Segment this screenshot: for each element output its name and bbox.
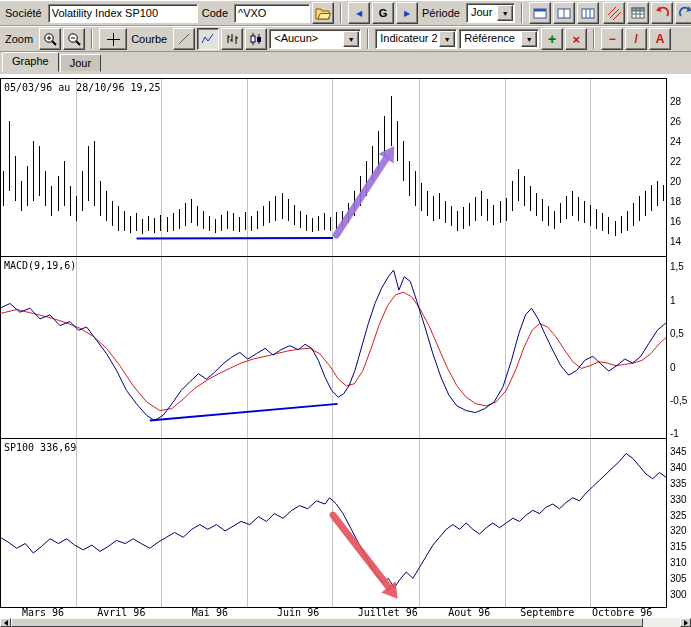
separator — [593, 29, 595, 49]
redo-button[interactable] — [675, 2, 691, 24]
undo-button[interactable] — [651, 2, 673, 24]
folder-open-icon — [315, 7, 331, 20]
minus-icon: − — [609, 32, 616, 46]
layout-single-icon — [533, 7, 547, 20]
next-button[interactable]: ▶ — [396, 2, 418, 24]
scrollbar-track[interactable] — [11, 618, 680, 627]
crosshair-button[interactable] — [99, 28, 127, 50]
reference-select[interactable]: Référence ▼ — [459, 29, 539, 49]
next-icon: ▶ — [404, 9, 410, 18]
text-tool-icon: A — [656, 32, 665, 46]
zoom-in-icon — [43, 32, 58, 47]
crosshair-icon — [106, 32, 121, 47]
indicator2-select[interactable]: Indicateur 2 ▼ — [375, 29, 457, 49]
scroll-left-icon — [4, 620, 8, 626]
overlay-select[interactable]: <Aucun> ▼ — [269, 29, 361, 49]
undo-icon — [655, 6, 669, 20]
remove-indicator-button[interactable]: × — [565, 28, 587, 50]
hatch-lines-icon — [607, 6, 621, 20]
table-icon — [631, 6, 645, 20]
overlay-value: <Aucun> — [270, 30, 342, 48]
price-panel-title: 05/03/96 au 28/10/96 19,25 — [4, 82, 161, 93]
periode-label: Période — [422, 7, 460, 19]
chart-canvas[interactable] — [0, 74, 691, 618]
layout-single-button[interactable] — [529, 2, 551, 24]
tab-graphe[interactable]: Graphe — [2, 52, 59, 72]
draw-hline-button[interactable]: − — [601, 28, 623, 50]
zoom-in-button[interactable] — [39, 28, 61, 50]
code-label: Code — [202, 7, 228, 19]
separator — [521, 3, 523, 23]
dropdown-arrow-icon[interactable]: ▼ — [521, 31, 537, 47]
draw-lines-button[interactable] — [603, 2, 625, 24]
graph-mode-label: G — [379, 7, 388, 19]
plus-icon: + — [548, 31, 556, 47]
periode-select[interactable]: Jour ▼ — [466, 3, 515, 23]
layout-split2-button[interactable] — [553, 2, 575, 24]
draw-trend-button[interactable]: / — [625, 28, 647, 50]
dropdown-arrow-icon[interactable]: ▼ — [439, 31, 455, 47]
add-indicator-button[interactable]: + — [541, 28, 563, 50]
tab-graphe-label: Graphe — [12, 55, 49, 67]
zoom-out-button[interactable] — [63, 28, 85, 50]
ohlc-bars-icon — [225, 32, 239, 46]
separator — [340, 3, 342, 23]
reference-value: Référence — [460, 30, 520, 48]
separator — [91, 29, 93, 49]
toolbar-tools: Zoom Courbe — [0, 26, 691, 52]
redo-icon — [679, 6, 691, 20]
layout-split3-button[interactable] — [577, 2, 599, 24]
scroll-right-icon — [684, 620, 688, 626]
societe-input[interactable] — [48, 4, 198, 23]
graph-mode-button[interactable]: G — [372, 2, 394, 24]
tab-jour[interactable]: Jour — [60, 54, 101, 72]
curve-bars-button[interactable] — [221, 28, 243, 50]
societe-label: Société — [5, 7, 42, 19]
zoom-out-icon — [67, 32, 82, 47]
curve-candles-button[interactable] — [245, 28, 267, 50]
separator — [367, 29, 369, 49]
dropdown-arrow-icon[interactable]: ▼ — [497, 5, 513, 21]
dropdown-arrow-icon[interactable]: ▼ — [343, 31, 359, 47]
tab-jour-label: Jour — [70, 57, 91, 69]
zoom-label: Zoom — [5, 33, 33, 45]
courbe-label: Courbe — [131, 33, 167, 45]
prev-button[interactable]: ◀ — [348, 2, 370, 24]
close-icon: × — [572, 32, 580, 47]
layout-split2-icon — [557, 7, 571, 20]
scrollbar-thumb[interactable] — [11, 618, 643, 627]
sp100-panel-title: SP100 336,69 — [4, 442, 76, 453]
code-input[interactable] — [234, 4, 310, 23]
tab-bar: Graphe Jour — [0, 52, 691, 72]
chart-area: 05/03/96 au 28/10/96 19,25 MACD(9,19,6) … — [0, 72, 691, 618]
slash-icon: / — [635, 32, 638, 46]
curve-zigzag-button[interactable] — [197, 28, 219, 50]
candlestick-icon — [249, 32, 263, 46]
horizontal-scrollbar[interactable] — [0, 618, 691, 627]
open-file-button[interactable] — [312, 2, 334, 24]
toolbar-main: Société Code ◀ G ▶ Période Jour ▼ — [0, 0, 691, 26]
indicator2-value: Indicateur 2 — [376, 30, 438, 48]
trendline-icon — [177, 32, 191, 46]
data-table-button[interactable] — [627, 2, 649, 24]
curve-line-button[interactable] — [173, 28, 195, 50]
macd-panel-title: MACD(9,19,6) — [4, 260, 76, 271]
add-text-button[interactable]: A — [649, 28, 671, 50]
prev-icon: ◀ — [356, 9, 362, 18]
line-chart-icon — [201, 32, 215, 46]
layout-split3-icon — [581, 7, 595, 20]
periode-value: Jour — [467, 4, 496, 22]
app-window: Société Code ◀ G ▶ Période Jour ▼ — [0, 0, 691, 627]
